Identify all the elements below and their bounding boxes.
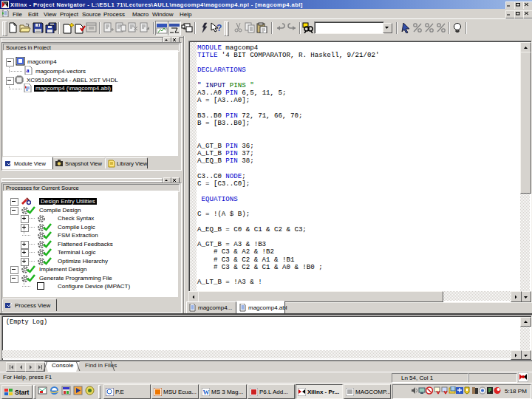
svg-text:W: W <box>203 389 210 396</box>
svg-text:a: a <box>27 67 30 74</box>
svg-text:?: ? <box>216 23 222 33</box>
